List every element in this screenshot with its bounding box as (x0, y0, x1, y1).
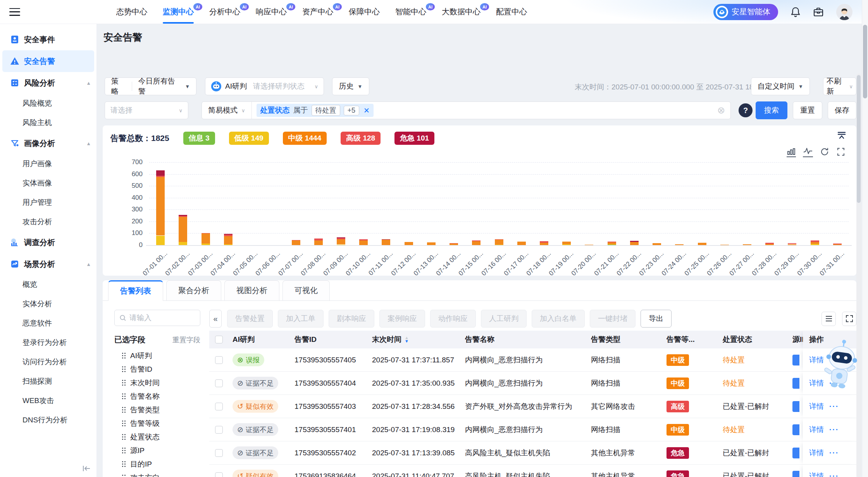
table-row[interactable]: ⊘证据不足1753953055574022025-07-31 17:13:39.… (209, 441, 856, 465)
page-scrollbar-thumb[interactable] (863, 25, 867, 98)
drag-handle-icon[interactable] (122, 380, 126, 386)
drag-handle-icon[interactable] (122, 475, 126, 477)
table-row[interactable]: ↺疑似有效1753953055574032025-07-31 17:28:34.… (209, 395, 856, 418)
field-item[interactable]: 告警类型 (114, 403, 199, 417)
field-item[interactable]: 告警ID (114, 362, 199, 376)
sidebar-subitem[interactable]: 概览 (0, 275, 96, 294)
sidebar-item-4[interactable]: 画像分析▲ (0, 132, 96, 154)
sidebar-item-5[interactable]: 调查分析 (0, 232, 96, 253)
row-checkbox[interactable] (215, 449, 223, 457)
nav-item-4[interactable]: 响应中心AI (256, 0, 287, 24)
condition-select[interactable]: 请选择 ∨ (105, 101, 188, 119)
assistant-button[interactable]: 安星智能体 (713, 4, 778, 20)
drag-handle-icon[interactable] (122, 420, 126, 426)
sidebar-item-1[interactable]: 安全事件 (0, 29, 96, 50)
nav-item-7[interactable]: 智能中心AI (395, 0, 426, 24)
reset-fields-button[interactable]: 重置字段 (172, 335, 200, 345)
row-checkbox[interactable] (215, 426, 223, 434)
field-item[interactable]: 告警名称 (114, 389, 199, 403)
table-fullscreen-icon[interactable] (842, 312, 856, 326)
sort-icons[interactable]: ▲▼ (405, 336, 409, 343)
sidebar-subitem[interactable]: 实体分析 (0, 294, 96, 314)
nav-item-6[interactable]: 保障中心 (349, 0, 380, 24)
sidebar-subitem[interactable]: 攻击分析 (0, 212, 96, 232)
refresh-select[interactable]: 不刷新 ∨ (823, 77, 856, 95)
detail-link[interactable]: 详情 (809, 378, 824, 388)
table-row[interactable]: ⊘证据不足1753953055574012025-07-31 17:19:08.… (209, 418, 856, 441)
tab-3[interactable]: 视图分析 (224, 280, 279, 300)
nav-item-5[interactable]: 资产中心AI (302, 0, 333, 24)
sidebar-subitem[interactable]: DNS行为分析 (0, 410, 96, 430)
reset-button[interactable]: 重置 (793, 101, 822, 119)
select-all-checkbox[interactable] (215, 336, 223, 343)
detail-link[interactable]: 详情 (809, 471, 824, 477)
assistant-mascot[interactable] (822, 338, 859, 392)
row-checkbox[interactable] (215, 356, 223, 364)
sidebar-subitem[interactable]: 风险主机 (0, 113, 96, 132)
field-search-input[interactable] (129, 314, 188, 322)
collapse-arrow-icon[interactable]: ▲ (86, 80, 91, 86)
detail-link[interactable]: 详情 (809, 402, 824, 412)
filter-tag[interactable]: 处置状态 属于 待处置 +5 ✕ (257, 104, 374, 117)
bell-icon[interactable] (790, 7, 801, 17)
drag-handle-icon[interactable] (122, 366, 126, 372)
detail-link[interactable]: 详情 (809, 448, 824, 458)
sidebar-subitem[interactable]: WEB攻击 (0, 391, 96, 410)
collapse-fields-button[interactable]: « (209, 310, 222, 328)
sidebar-subitem[interactable]: 用户管理 (0, 193, 96, 212)
nav-item-9[interactable]: 配置中心 (496, 0, 527, 24)
more-actions-icon[interactable]: ··· (829, 472, 839, 477)
field-item[interactable]: AI研判 (114, 349, 199, 362)
collapse-arrow-icon[interactable]: ▲ (86, 261, 91, 267)
clear-input-icon[interactable]: ⊗ (717, 105, 725, 116)
field-item[interactable]: 处置状态 (114, 430, 199, 444)
filter-tag-remove-icon[interactable]: ✕ (363, 106, 370, 115)
more-actions-icon[interactable]: ··· (829, 426, 839, 434)
table-row[interactable]: ⊘证据不足1753953055574042025-07-31 17:35:00.… (209, 372, 856, 395)
sidebar-item-3[interactable]: 风险分析▲ (0, 72, 96, 94)
drag-handle-icon[interactable] (122, 407, 126, 413)
table-row[interactable]: ⊗误报1753953055574052025-07-31 17:37:11.85… (209, 348, 856, 372)
nav-item-2[interactable]: 监测中心AI (163, 0, 194, 24)
table-row[interactable]: ↺疑似有效1753691358364642025-07-31 11:40:47.… (209, 465, 856, 477)
more-actions-icon[interactable]: ··· (829, 449, 839, 457)
drag-handle-icon[interactable] (122, 393, 126, 399)
field-search[interactable] (114, 310, 200, 326)
menu-toggle-icon[interactable] (9, 8, 20, 16)
inner-scrollbar[interactable] (856, 74, 861, 477)
field-item[interactable]: 告警等级 (114, 417, 199, 430)
avatar[interactable] (836, 4, 852, 20)
sidebar-collapse-icon[interactable] (82, 465, 91, 472)
detail-link[interactable]: 详情 (809, 425, 824, 435)
inner-scrollbar-thumb[interactable] (857, 75, 861, 203)
sidebar-subitem[interactable]: 访问行为分析 (0, 352, 96, 372)
policy-select[interactable]: 策略 今日所有告警 ▼ (105, 77, 196, 95)
field-item[interactable]: 目的IP (114, 457, 199, 471)
row-checkbox[interactable] (215, 403, 223, 410)
sidebar-subitem[interactable]: 实体画像 (0, 173, 96, 193)
custom-time-select[interactable]: 自定义时间 ▼ (751, 77, 810, 95)
drag-handle-icon[interactable] (122, 434, 126, 440)
sidebar-subitem[interactable]: 扫描探测 (0, 372, 96, 391)
history-select[interactable]: 历史 ▼ (332, 77, 369, 95)
detail-link[interactable]: 详情 (809, 355, 824, 365)
nav-item-1[interactable]: 态势中心 (116, 0, 147, 24)
search-button[interactable]: 搜索 (756, 101, 787, 119)
filter-tag-more[interactable]: +5 (344, 106, 360, 115)
tab-1[interactable]: 告警列表 (108, 280, 163, 300)
save-button[interactable]: 保存 (828, 101, 856, 119)
drag-handle-icon[interactable] (122, 461, 126, 467)
sidebar-subitem[interactable]: 用户画像 (0, 154, 96, 173)
more-actions-icon[interactable]: ··· (829, 402, 839, 411)
help-icon[interactable]: ? (739, 103, 753, 117)
sidebar-subitem[interactable]: 风险概览 (0, 94, 96, 113)
page-scrollbar[interactable] (862, 0, 868, 477)
mode-select[interactable]: 简易模式 ∨ (202, 102, 252, 119)
export-button[interactable]: 导出 (641, 310, 672, 328)
row-checkbox[interactable] (215, 379, 223, 387)
collapse-arrow-icon[interactable]: ▲ (86, 141, 91, 146)
sidebar-subitem[interactable]: 登录行为分析 (0, 333, 96, 352)
sidebar-item-2[interactable]: 安全告警 (2, 50, 94, 72)
nav-item-3[interactable]: 分析中心AI (209, 0, 240, 24)
nav-item-8[interactable]: 大数据中心AI (442, 0, 480, 24)
